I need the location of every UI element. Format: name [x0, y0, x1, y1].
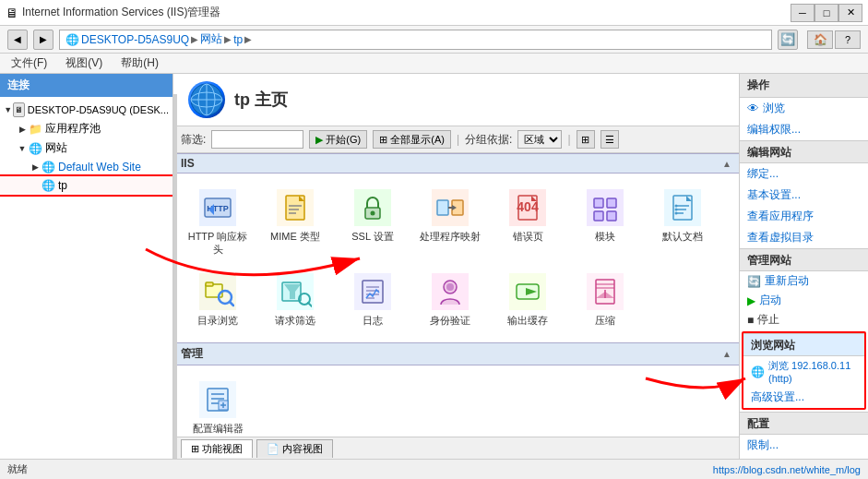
right-view-virtual-dirs[interactable]: 查看虚拟目录: [740, 227, 868, 248]
right-stop[interactable]: ■ 停止: [740, 310, 868, 329]
svg-line-41: [308, 303, 312, 306]
menu-help[interactable]: 帮助(H): [113, 54, 166, 73]
icons-content: IIS ▲ HTTP HTTP 响应标头: [173, 153, 739, 437]
section-iis-header[interactable]: IIS ▲: [173, 153, 739, 174]
filter-show-all-button[interactable]: ⊞ 全部显示(A): [373, 130, 451, 149]
menu-view[interactable]: 视图(V): [58, 54, 110, 73]
svg-point-32: [675, 209, 678, 211]
breadcrumb-tp[interactable]: tp: [233, 33, 243, 46]
restart-icon: 🔄: [747, 275, 761, 288]
http-label: HTTP 响应标头: [185, 230, 250, 257]
group-label: 分组依据:: [465, 132, 512, 148]
back-button[interactable]: ◀: [7, 30, 28, 50]
expand-icon-tp: [30, 180, 41, 191]
iis-home-button[interactable]: 🏠: [807, 30, 833, 49]
icon-output-cache[interactable]: 输出缓存: [491, 267, 565, 333]
config-editor-icon: [199, 381, 236, 418]
svg-line-37: [230, 302, 233, 305]
dir-browse-label: 目录浏览: [197, 314, 238, 327]
svg-rect-22: [594, 198, 603, 208]
icon-module[interactable]: 模块: [568, 183, 642, 263]
minimize-button[interactable]: ─: [791, 4, 814, 22]
right-bind[interactable]: 绑定...: [740, 163, 868, 185]
svg-point-31: [675, 205, 678, 208]
right-edit-permissions[interactable]: 编辑权限...: [740, 119, 868, 140]
filter-label: 筛选:: [181, 132, 206, 148]
right-panel: 操作 👁 浏览 编辑权限... 编辑网站 绑定... 基本设置... 查看应用程…: [739, 74, 868, 459]
right-view-virtual-dirs-label: 查看虚拟目录: [747, 230, 814, 245]
expand-icon-server: ▼: [4, 104, 13, 115]
close-button[interactable]: ✕: [838, 4, 862, 22]
section-manage-header[interactable]: 管理 ▲: [173, 342, 739, 365]
svg-rect-25: [607, 211, 616, 221]
breadcrumb-sites[interactable]: 网站: [200, 31, 222, 47]
icon-ssl[interactable]: SSL 设置: [336, 183, 410, 263]
output-cache-icon: [509, 273, 546, 310]
refresh-button[interactable]: 🔄: [778, 30, 798, 50]
right-start[interactable]: ▶ 启动: [740, 291, 868, 310]
sidebar-item-apppool[interactable]: ▶ 📁 应用程序池: [0, 119, 172, 138]
tab-feature-icon: ⊞: [191, 443, 199, 454]
help-button[interactable]: ?: [835, 30, 861, 49]
right-browse-192-label: 浏览 192.168.0.11(http): [768, 359, 850, 384]
large-icon-view-button[interactable]: ⊞: [577, 130, 595, 149]
right-restart[interactable]: 🔄 重新启动: [740, 271, 868, 291]
right-advanced-settings[interactable]: 高级设置...: [743, 387, 864, 408]
output-cache-label: 输出缓存: [507, 314, 548, 327]
auth-icon: [432, 273, 469, 310]
icon-mime[interactable]: MIME 类型: [258, 183, 332, 263]
expand-icon-apppool: ▶: [17, 124, 28, 135]
icon-handler[interactable]: 处理程序映射: [413, 183, 487, 263]
icon-auth[interactable]: 身份验证: [413, 267, 487, 333]
browse-globe-icon: 🌐: [751, 365, 765, 378]
http-icon: HTTP: [199, 189, 236, 226]
log-label: 日志: [363, 314, 383, 327]
sidebar-item-default-label: Default Web Site: [58, 161, 141, 174]
right-basic-settings[interactable]: 基本设置...: [740, 185, 868, 206]
section-manage-arrow: ▲: [722, 349, 731, 359]
groupby-select[interactable]: 区域: [517, 130, 562, 149]
menu-file[interactable]: 文件(F): [4, 54, 54, 73]
icon-default-doc[interactable]: 默认文档: [646, 183, 719, 263]
maximize-button[interactable]: □: [814, 4, 838, 22]
icon-compress[interactable]: 压缩: [568, 267, 642, 333]
tab-content-view[interactable]: 📄 内容视图: [256, 439, 333, 458]
mime-label: MIME 类型: [270, 230, 320, 243]
right-limit[interactable]: 限制...: [740, 435, 868, 456]
title-bar-text: Internet Information Services (IIS)管理器: [22, 5, 787, 20]
right-view-apps[interactable]: 查看应用程序: [740, 206, 868, 227]
filter-start-button[interactable]: ▶ 开始(G): [309, 130, 367, 149]
sidebar-item-apppool-label: 应用程序池: [45, 121, 101, 137]
right-browse[interactable]: 👁 浏览: [740, 98, 868, 119]
sidebar-item-server[interactable]: ▼ 🖥 DESKTOP-D5AS9UQ (DESK...: [0, 101, 172, 119]
icon-http[interactable]: HTTP HTTP 响应标头: [181, 183, 255, 263]
sidebar-item-default-web-site[interactable]: ▶ 🌐 Default Web Site: [0, 158, 172, 176]
address-bar: ◀ ▶ 🌐 DESKTOP-D5AS9UQ ▶ 网站 ▶ tp ▶ 🔄 🏠 ?: [0, 26, 868, 54]
sidebar-item-tp[interactable]: 🌐 tp: [0, 176, 172, 195]
auth-label: 身份验证: [430, 314, 470, 327]
icon-log[interactable]: 日志: [336, 267, 410, 333]
forward-button[interactable]: ▶: [33, 30, 54, 50]
list-view-button[interactable]: ☰: [600, 130, 619, 149]
svg-rect-35: [206, 282, 213, 286]
icon-config-editor[interactable]: 配置编辑器: [181, 375, 255, 437]
main-layout: 连接 ▼ 🖥 DESKTOP-D5AS9UQ (DESK... ▶ 📁 应用程序…: [0, 74, 868, 459]
filter-input[interactable]: [211, 130, 303, 149]
svg-text:404: 404: [517, 199, 539, 214]
module-icon: [587, 189, 624, 226]
right-basic-settings-label: 基本设置...: [747, 187, 801, 203]
play-icon: ▶: [315, 134, 323, 146]
sidebar-item-sites[interactable]: ▼ 🌐 网站: [0, 138, 172, 158]
icon-error[interactable]: 404 错误页: [491, 183, 565, 263]
right-browse-192[interactable]: 🌐 浏览 192.168.0.11(http): [743, 356, 864, 387]
error-label: 错误页: [513, 230, 543, 243]
tab-feature-view[interactable]: ⊞ 功能视图: [181, 439, 253, 458]
breadcrumb-server[interactable]: DESKTOP-D5AS9UQ: [81, 33, 189, 46]
sidebar-item-tp-label: tp: [58, 179, 67, 192]
icon-request-filter[interactable]: 请求筛选: [258, 267, 332, 333]
error-icon: 404: [509, 189, 546, 226]
expand-icon-default: ▶: [30, 162, 41, 173]
content-area: tp 主页 筛选: ▶ 开始(G) ⊞ 全部显示(A) | 分组依据: 区域 |…: [173, 74, 739, 459]
right-advanced-settings-label: 高级设置...: [751, 389, 804, 405]
icon-dir-browse[interactable]: 目录浏览: [181, 267, 255, 333]
